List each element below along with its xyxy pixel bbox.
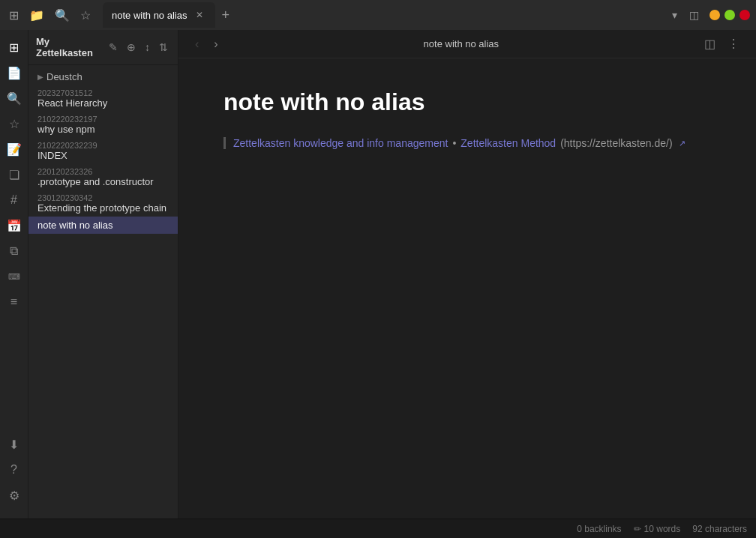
minimize-button[interactable] xyxy=(710,10,720,20)
note-item-no-alias[interactable]: note with no alias xyxy=(28,217,178,234)
icon-sidebar-top: ⊞ 📄 🔍 ☆ 📝 ❏ # 📅 ⧉ ⌨ ≡ xyxy=(3,36,26,430)
dropdown-icon[interactable]: ▾ xyxy=(668,6,682,24)
nav-back-button[interactable]: ‹ xyxy=(190,35,203,53)
link-separator: • xyxy=(452,137,456,149)
active-tab-label: note with no alias xyxy=(112,10,187,21)
folder-icon[interactable]: 📁 xyxy=(26,5,47,25)
search-titlebar-icon[interactable]: 🔍 xyxy=(52,5,73,25)
new-tab-button[interactable]: + xyxy=(217,6,234,25)
note-id: 202327031512 xyxy=(38,88,169,97)
zettelkasten-knowledge-link[interactable]: Zettelkasten knowledge and info manageme… xyxy=(233,137,448,149)
note-item-index[interactable]: 2102220232239 INDEX xyxy=(28,138,178,164)
note-id: 230120230342 xyxy=(38,193,169,202)
icon-sidebar: ⊞ 📄 🔍 ☆ 📝 ❏ # 📅 ⧉ ⌨ ≡ ⬇ ? ⚙ xyxy=(0,30,28,519)
editor-title: note with no alias xyxy=(229,38,694,49)
titlebar: ⊞ 📁 🔍 ☆ note with no alias ✕ + ▾ ◫ xyxy=(0,0,756,30)
nav-forward-button[interactable]: › xyxy=(209,35,222,53)
calendar-icon[interactable]: 📅 xyxy=(3,214,26,237)
more-options-icon[interactable]: ⋮ xyxy=(723,34,744,53)
note-sidebar-icon[interactable]: 📝 xyxy=(3,138,26,160)
titlebar-left-icons: ⊞ 📁 🔍 ☆ xyxy=(6,5,94,25)
note-id: 220120232326 xyxy=(38,167,169,176)
active-tab[interactable]: note with no alias ✕ xyxy=(103,2,215,28)
tab-bar: note with no alias ✕ + xyxy=(103,0,662,30)
icon-sidebar-bottom: ⬇ ? ⚙ xyxy=(3,433,26,513)
editor-area: ‹ › note with no alias ◫ ⋮ note with no … xyxy=(178,30,756,519)
duplicate-icon[interactable]: ⧉ xyxy=(3,240,26,262)
settings-icon[interactable]: ⚙ xyxy=(3,484,26,507)
link-url-text: (https://zettelkasten.de/) xyxy=(560,137,672,149)
note-title: .prototype and .constructor xyxy=(38,176,169,187)
char-count-status: 92 characters xyxy=(692,524,747,534)
sidebar-toggle-icon[interactable]: ⊞ xyxy=(6,5,22,25)
note-item-why-use-npm[interactable]: 2102220232197 why use npm xyxy=(28,112,178,138)
grid-icon[interactable]: ⊞ xyxy=(3,36,26,58)
editor-toolbar-right: ◫ ⋮ xyxy=(700,34,744,53)
external-link-icon: ↗ xyxy=(679,139,686,148)
vault-name: My Zettelkasten xyxy=(36,36,102,58)
note-id: 2102220232197 xyxy=(38,115,169,124)
pencil-icon: ✏ xyxy=(634,524,641,534)
note-title: why use npm xyxy=(38,124,169,135)
titlebar-right: ▾ ◫ xyxy=(668,6,750,24)
note-title: note with no alias xyxy=(38,220,169,231)
sidebar-toggle-right-icon[interactable]: ◫ xyxy=(685,6,704,24)
new-folder-icon[interactable]: ⊕ xyxy=(124,39,138,55)
editor-toolbar: ‹ › note with no alias ◫ ⋮ xyxy=(178,30,756,58)
folder-item-deustch[interactable]: ▶ Deustch xyxy=(28,68,178,85)
note-item-extending-prototype[interactable]: 230120230342 Extending the prototype cha… xyxy=(28,190,178,217)
note-item-react-hierarchy[interactable]: 202327031512 React Hierarchy xyxy=(28,85,178,112)
backlinks-status[interactable]: 0 backlinks xyxy=(577,524,621,534)
star-sidebar-icon[interactable]: ☆ xyxy=(3,112,26,135)
folder-arrow-icon: ▶ xyxy=(38,73,44,81)
note-title: React Hierarchy xyxy=(38,97,169,109)
status-bar: 0 backlinks ✏ 10 words 92 characters xyxy=(0,519,756,538)
char-count: 92 characters xyxy=(692,524,747,534)
word-count: 10 words xyxy=(644,524,681,534)
tag-icon[interactable]: # xyxy=(3,189,26,211)
search-sidebar-icon[interactable]: 🔍 xyxy=(3,87,26,109)
layers-icon[interactable]: ❏ xyxy=(3,163,26,186)
folder-name: Deustch xyxy=(46,71,82,82)
file-panel: My Zettelkasten ✎ ⊕ ↕ ⇅ ▶ Deustch 202327… xyxy=(28,30,178,519)
help-icon[interactable]: ? xyxy=(3,459,26,481)
tab-close-button[interactable]: ✕ xyxy=(193,8,206,22)
editor-content: note with no alias Zettelkasten knowledg… xyxy=(178,58,756,519)
word-count-status: ✏ 10 words xyxy=(634,524,681,534)
maximize-button[interactable] xyxy=(724,10,735,20)
backlinks-count: 0 backlinks xyxy=(577,524,621,534)
note-links-line: Zettelkasten knowledge and info manageme… xyxy=(224,137,711,149)
terminal-icon[interactable]: ⌨ xyxy=(3,265,26,288)
bookmark-icon[interactable]: ☆ xyxy=(77,5,94,25)
files-icon[interactable]: 📄 xyxy=(3,61,26,84)
sort-icon[interactable]: ↕ xyxy=(142,39,152,55)
collapse-icon[interactable]: ⇅ xyxy=(157,39,170,55)
note-item-prototype[interactable]: 220120232326 .prototype and .constructor xyxy=(28,164,178,190)
file-panel-header: My Zettelkasten ✎ ⊕ ↕ ⇅ xyxy=(28,30,178,65)
new-note-icon[interactable]: ✎ xyxy=(106,39,120,55)
note-heading: note with no alias xyxy=(224,88,711,116)
zettelkasten-method-link[interactable]: Zettelkasten Method xyxy=(460,137,556,149)
reading-view-icon[interactable]: ◫ xyxy=(700,34,720,53)
note-title: Extending the prototype chain xyxy=(38,202,169,214)
main-container: ⊞ 📄 🔍 ☆ 📝 ❏ # 📅 ⧉ ⌨ ≡ ⬇ ? ⚙ My Zettelkas… xyxy=(0,30,756,519)
window-buttons xyxy=(710,10,750,20)
file-tree: ▶ Deustch 202327031512 React Hierarchy 2… xyxy=(28,65,178,519)
list-sidebar-icon[interactable]: ≡ xyxy=(3,291,26,313)
note-id: 2102220232239 xyxy=(38,141,169,150)
import-icon[interactable]: ⬇ xyxy=(3,433,26,456)
note-title: INDEX xyxy=(38,150,169,161)
close-button[interactable] xyxy=(740,10,750,20)
